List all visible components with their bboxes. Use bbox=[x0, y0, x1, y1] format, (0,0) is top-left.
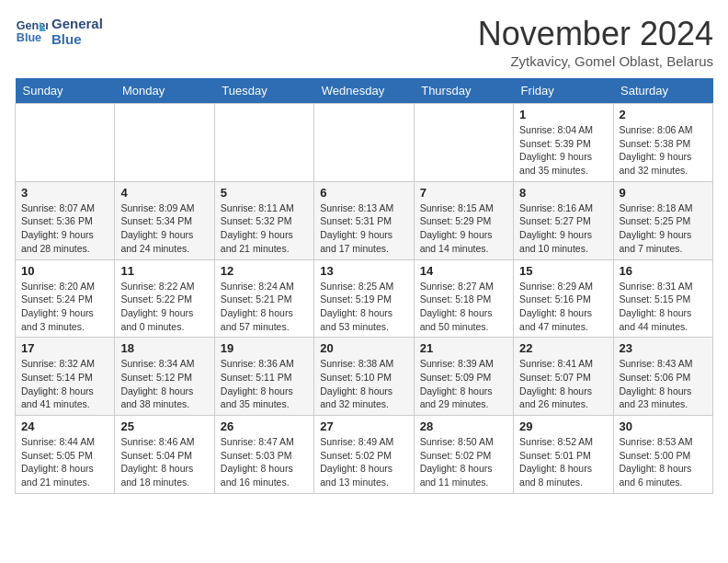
day-number: 3 bbox=[21, 186, 108, 200]
day-info: Sunrise: 8:49 AMSunset: 5:02 PMDaylight:… bbox=[320, 435, 407, 489]
day-info: Sunrise: 8:11 AMSunset: 5:32 PMDaylight:… bbox=[221, 201, 308, 256]
calendar-cell: 16Sunrise: 8:31 AMSunset: 5:15 PMDayligh… bbox=[613, 259, 712, 338]
calendar-cell: 25Sunrise: 8:46 AMSunset: 5:04 PMDayligh… bbox=[115, 416, 214, 494]
day-header-tuesday: Tuesday bbox=[214, 78, 313, 104]
day-info: Sunrise: 8:13 AMSunset: 5:31 PMDaylight:… bbox=[320, 201, 407, 256]
calendar-cell: 23Sunrise: 8:43 AMSunset: 5:06 PMDayligh… bbox=[613, 338, 712, 416]
day-info: Sunrise: 8:47 AMSunset: 5:03 PMDaylight:… bbox=[221, 435, 308, 489]
day-number: 8 bbox=[519, 186, 607, 200]
week-row-4: 17Sunrise: 8:32 AMSunset: 5:14 PMDayligh… bbox=[16, 338, 713, 416]
svg-text:Blue: Blue bbox=[17, 31, 41, 44]
logo-blue: Blue bbox=[51, 31, 103, 47]
day-info: Sunrise: 8:32 AMSunset: 5:14 PMDaylight:… bbox=[21, 357, 108, 411]
day-number: 2 bbox=[620, 108, 707, 121]
day-info: Sunrise: 8:09 AMSunset: 5:34 PMDaylight:… bbox=[120, 201, 208, 256]
day-number: 20 bbox=[320, 341, 407, 355]
day-info: Sunrise: 8:27 AMSunset: 5:18 PMDaylight:… bbox=[420, 280, 507, 334]
day-header-monday: Monday bbox=[115, 78, 214, 104]
calendar-cell: 1Sunrise: 8:04 AMSunset: 5:39 PMDaylight… bbox=[514, 104, 613, 182]
calendar-cell: 2Sunrise: 8:06 AMSunset: 5:38 PMDaylight… bbox=[613, 104, 712, 182]
day-number: 7 bbox=[420, 186, 507, 200]
calendar-cell bbox=[115, 104, 214, 182]
day-number: 25 bbox=[120, 419, 208, 433]
day-number: 5 bbox=[221, 186, 308, 200]
calendar-cell: 4Sunrise: 8:09 AMSunset: 5:34 PMDaylight… bbox=[115, 181, 214, 259]
day-number: 22 bbox=[519, 341, 607, 355]
day-number: 24 bbox=[21, 419, 108, 433]
header: General Blue General Blue November 2024 … bbox=[15, 15, 713, 69]
week-row-2: 3Sunrise: 8:07 AMSunset: 5:36 PMDaylight… bbox=[16, 181, 713, 259]
calendar-cell: 12Sunrise: 8:24 AMSunset: 5:21 PMDayligh… bbox=[214, 259, 313, 338]
calendar-cell: 19Sunrise: 8:36 AMSunset: 5:11 PMDayligh… bbox=[214, 338, 313, 416]
day-number: 16 bbox=[620, 264, 707, 278]
calendar-cell: 7Sunrise: 8:15 AMSunset: 5:29 PMDaylight… bbox=[414, 181, 513, 259]
day-info: Sunrise: 8:20 AMSunset: 5:24 PMDaylight:… bbox=[21, 280, 108, 334]
month-title: November 2024 bbox=[478, 15, 713, 53]
week-row-3: 10Sunrise: 8:20 AMSunset: 5:24 PMDayligh… bbox=[16, 259, 713, 338]
calendar-cell bbox=[314, 104, 414, 182]
day-number: 4 bbox=[120, 186, 208, 200]
week-row-5: 24Sunrise: 8:44 AMSunset: 5:05 PMDayligh… bbox=[16, 416, 713, 494]
calendar-cell: 20Sunrise: 8:38 AMSunset: 5:10 PMDayligh… bbox=[314, 338, 414, 416]
calendar-cell: 17Sunrise: 8:32 AMSunset: 5:14 PMDayligh… bbox=[16, 338, 115, 416]
day-info: Sunrise: 8:25 AMSunset: 5:19 PMDaylight:… bbox=[320, 280, 407, 334]
calendar-cell: 21Sunrise: 8:39 AMSunset: 5:09 PMDayligh… bbox=[414, 338, 513, 416]
calendar-cell bbox=[16, 104, 115, 182]
day-number: 30 bbox=[620, 419, 707, 433]
calendar-cell: 18Sunrise: 8:34 AMSunset: 5:12 PMDayligh… bbox=[115, 338, 214, 416]
calendar-cell: 30Sunrise: 8:53 AMSunset: 5:00 PMDayligh… bbox=[613, 416, 712, 494]
day-info: Sunrise: 8:39 AMSunset: 5:09 PMDaylight:… bbox=[420, 357, 507, 411]
day-info: Sunrise: 8:38 AMSunset: 5:10 PMDaylight:… bbox=[320, 357, 407, 411]
day-number: 26 bbox=[221, 419, 308, 433]
day-info: Sunrise: 8:36 AMSunset: 5:11 PMDaylight:… bbox=[221, 357, 308, 411]
logo-general: General bbox=[51, 16, 103, 31]
day-number: 29 bbox=[519, 419, 607, 433]
day-number: 6 bbox=[320, 186, 407, 200]
calendar-cell: 10Sunrise: 8:20 AMSunset: 5:24 PMDayligh… bbox=[16, 259, 115, 338]
day-number: 12 bbox=[221, 264, 308, 278]
day-header-friday: Friday bbox=[514, 78, 613, 104]
calendar-cell bbox=[214, 104, 313, 182]
day-header-thursday: Thursday bbox=[414, 78, 513, 104]
calendar-cell: 24Sunrise: 8:44 AMSunset: 5:05 PMDayligh… bbox=[16, 416, 115, 494]
calendar-cell: 15Sunrise: 8:29 AMSunset: 5:16 PMDayligh… bbox=[514, 259, 613, 338]
calendar-cell bbox=[414, 104, 513, 182]
calendar-cell: 14Sunrise: 8:27 AMSunset: 5:18 PMDayligh… bbox=[414, 259, 513, 338]
day-info: Sunrise: 8:07 AMSunset: 5:36 PMDaylight:… bbox=[21, 201, 108, 256]
day-info: Sunrise: 8:41 AMSunset: 5:07 PMDaylight:… bbox=[519, 357, 607, 411]
day-header-row: SundayMondayTuesdayWednesdayThursdayFrid… bbox=[16, 78, 713, 104]
title-area: November 2024 Zytkavicy, Gomel Oblast, B… bbox=[478, 15, 713, 69]
day-number: 13 bbox=[320, 264, 407, 278]
day-number: 19 bbox=[221, 341, 308, 355]
day-info: Sunrise: 8:53 AMSunset: 5:00 PMDaylight:… bbox=[620, 435, 707, 489]
calendar-cell: 27Sunrise: 8:49 AMSunset: 5:02 PMDayligh… bbox=[314, 416, 414, 494]
calendar-cell: 13Sunrise: 8:25 AMSunset: 5:19 PMDayligh… bbox=[314, 259, 414, 338]
calendar-cell: 28Sunrise: 8:50 AMSunset: 5:02 PMDayligh… bbox=[414, 416, 513, 494]
day-info: Sunrise: 8:04 AMSunset: 5:39 PMDaylight:… bbox=[519, 123, 607, 178]
day-header-saturday: Saturday bbox=[613, 78, 712, 104]
day-info: Sunrise: 8:31 AMSunset: 5:15 PMDaylight:… bbox=[620, 280, 707, 334]
day-info: Sunrise: 8:16 AMSunset: 5:27 PMDaylight:… bbox=[519, 201, 607, 256]
calendar-table: SundayMondayTuesdayWednesdayThursdayFrid… bbox=[15, 78, 713, 494]
logo: General Blue General Blue bbox=[15, 15, 103, 48]
day-number: 1 bbox=[519, 108, 607, 121]
day-info: Sunrise: 8:06 AMSunset: 5:38 PMDaylight:… bbox=[620, 123, 707, 178]
calendar-cell: 3Sunrise: 8:07 AMSunset: 5:36 PMDaylight… bbox=[16, 181, 115, 259]
calendar-cell: 22Sunrise: 8:41 AMSunset: 5:07 PMDayligh… bbox=[514, 338, 613, 416]
day-number: 23 bbox=[620, 341, 707, 355]
calendar-cell: 5Sunrise: 8:11 AMSunset: 5:32 PMDaylight… bbox=[214, 181, 313, 259]
calendar-cell: 11Sunrise: 8:22 AMSunset: 5:22 PMDayligh… bbox=[115, 259, 214, 338]
logo-icon: General Blue bbox=[15, 15, 48, 48]
day-number: 9 bbox=[620, 186, 707, 200]
day-number: 28 bbox=[420, 419, 507, 433]
day-info: Sunrise: 8:50 AMSunset: 5:02 PMDaylight:… bbox=[420, 435, 507, 489]
week-row-1: 1Sunrise: 8:04 AMSunset: 5:39 PMDaylight… bbox=[16, 104, 713, 182]
calendar-cell: 6Sunrise: 8:13 AMSunset: 5:31 PMDaylight… bbox=[314, 181, 414, 259]
day-number: 10 bbox=[21, 264, 108, 278]
day-header-wednesday: Wednesday bbox=[314, 78, 414, 104]
day-info: Sunrise: 8:18 AMSunset: 5:25 PMDaylight:… bbox=[620, 201, 707, 256]
day-info: Sunrise: 8:44 AMSunset: 5:05 PMDaylight:… bbox=[21, 435, 108, 489]
day-number: 17 bbox=[21, 341, 108, 355]
day-number: 18 bbox=[120, 341, 208, 355]
day-info: Sunrise: 8:15 AMSunset: 5:29 PMDaylight:… bbox=[420, 201, 507, 256]
